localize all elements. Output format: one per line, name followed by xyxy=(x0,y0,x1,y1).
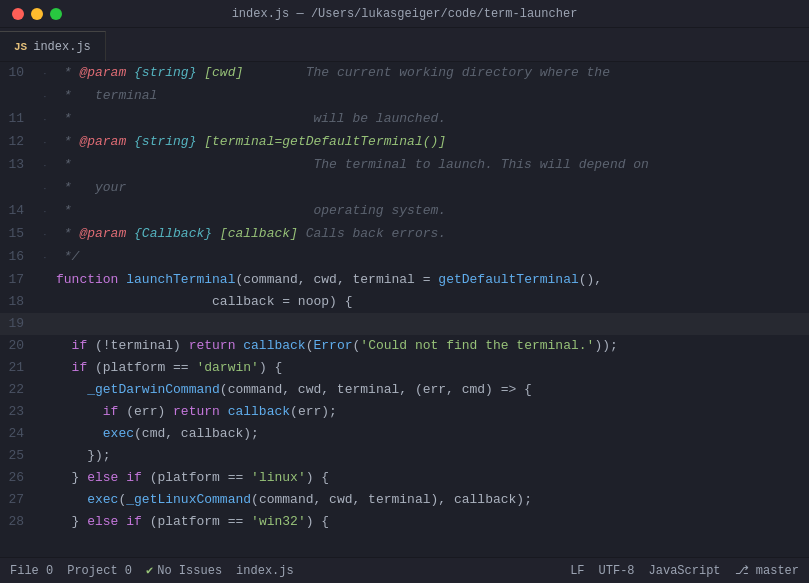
line-number: 27 xyxy=(0,489,38,511)
token: 'win32' xyxy=(251,514,306,529)
line-dot: · xyxy=(38,247,52,269)
tabbar: JS index.js xyxy=(0,28,809,62)
token: * xyxy=(56,65,79,80)
token: ( xyxy=(251,492,259,507)
token: {string} xyxy=(134,134,196,149)
line-number: 12 xyxy=(0,131,38,153)
token: _getDarwinCommand xyxy=(87,382,220,397)
token: ) { xyxy=(306,514,329,529)
code-line: 11· * will be launched. xyxy=(0,108,809,131)
language: JavaScript xyxy=(649,564,721,578)
token: return xyxy=(189,338,236,353)
token xyxy=(56,338,72,353)
token: callback xyxy=(56,294,282,309)
token: The current working directory where the xyxy=(243,65,610,80)
line-content: if (platform == 'darwin') { xyxy=(52,357,809,379)
token: ( xyxy=(220,382,228,397)
code-line: 26 } else if (platform == 'linux') { xyxy=(0,467,809,489)
token: return xyxy=(173,404,220,419)
token: @param xyxy=(79,65,126,80)
token: * will be launched. xyxy=(56,111,446,126)
token: if xyxy=(72,360,88,375)
line-content: * @param {string} [cwd] The current work… xyxy=(52,62,809,84)
line-dot: · xyxy=(38,201,52,223)
token xyxy=(126,226,134,241)
token: callback xyxy=(446,492,516,507)
line-content: if (!terminal) return callback(Error('Co… xyxy=(52,335,809,357)
code-line: 22 _getDarwinCommand(command, cwd, termi… xyxy=(0,379,809,401)
branch-name: master xyxy=(756,564,799,578)
line-number: 16 xyxy=(0,246,38,268)
line-number: 10 xyxy=(0,62,38,84)
line-content: function launchTerminal(command, cwd, te… xyxy=(52,269,809,291)
token: * The terminal to launch. This will depe… xyxy=(56,157,649,172)
token: ); xyxy=(516,492,532,507)
line-content: * will be launched. xyxy=(52,108,809,130)
token: command, cwd, terminal, (err, cmd) xyxy=(228,382,501,397)
code-line: 21 if (platform == 'darwin') { xyxy=(0,357,809,379)
code-line: 16· */ xyxy=(0,246,809,269)
statusbar: File 0 Project 0 ✔ No Issues index.js LF… xyxy=(0,557,809,583)
issues-label: No Issues xyxy=(157,564,222,578)
token: @param xyxy=(79,134,126,149)
code-line: · * terminal xyxy=(0,85,809,108)
line-content: } else if (platform == 'win32') { xyxy=(52,511,809,533)
token: )); xyxy=(594,338,617,353)
code-line: 28 } else if (platform == 'win32') { xyxy=(0,511,809,533)
token xyxy=(56,492,87,507)
issues-status: ✔ No Issues xyxy=(146,563,222,578)
token xyxy=(56,382,87,397)
token xyxy=(56,426,103,441)
line-number: 11 xyxy=(0,108,38,130)
token: if xyxy=(103,404,119,419)
token: 'linux' xyxy=(251,470,306,485)
token xyxy=(220,404,228,419)
token: == xyxy=(173,360,189,375)
token: _getLinuxCommand xyxy=(126,492,251,507)
token: if xyxy=(126,514,142,529)
code-line: 14· * operating system. xyxy=(0,200,809,223)
tab-indexjs[interactable]: JS index.js xyxy=(0,31,106,61)
token: [cwd] xyxy=(204,65,243,80)
code-line: 25 }); xyxy=(0,445,809,467)
token xyxy=(126,134,134,149)
token: */ xyxy=(56,249,79,264)
token: getDefaultTerminal xyxy=(438,272,578,287)
statusbar-left: File 0 Project 0 ✔ No Issues index.js xyxy=(10,563,294,578)
token: Error xyxy=(314,338,353,353)
code-line: 12· * @param {string} [terminal=getDefau… xyxy=(0,131,809,154)
window-title: index.js — /Users/lukasgeiger/code/term-… xyxy=(232,7,578,21)
line-number: 14 xyxy=(0,200,38,222)
token: [terminal=getDefaultTerminal()] xyxy=(204,134,446,149)
token: }); xyxy=(56,448,111,463)
maximize-button[interactable] xyxy=(50,8,62,20)
token: * xyxy=(56,134,79,149)
token: * operating system. xyxy=(56,203,446,218)
line-content: * terminal xyxy=(52,85,809,107)
code-line: 10· * @param {string} [cwd] The current … xyxy=(0,62,809,85)
line-number: 20 xyxy=(0,335,38,357)
code-line: 17 function launchTerminal(command, cwd,… xyxy=(0,269,809,291)
line-content: if (err) return callback(err); xyxy=(52,401,809,423)
token: => xyxy=(501,382,517,397)
line-dot: · xyxy=(38,86,52,108)
token: function xyxy=(56,272,118,287)
line-content: * @param {string} [terminal=getDefaultTe… xyxy=(52,131,809,153)
close-button[interactable] xyxy=(12,8,24,20)
token: {string} xyxy=(134,65,196,80)
line-dot: · xyxy=(38,132,52,154)
token: cmd, callback xyxy=(142,426,243,441)
minimize-button[interactable] xyxy=(31,8,43,20)
token: @param xyxy=(79,226,126,241)
token: (err) xyxy=(118,404,173,419)
line-content: * @param {Callback} [callback] Calls bac… xyxy=(52,223,809,245)
token: ); xyxy=(243,426,259,441)
line-content: */ xyxy=(52,246,809,268)
token: exec xyxy=(87,492,118,507)
token: ) { xyxy=(259,360,282,375)
token: == xyxy=(228,470,244,485)
line-content: callback = noop) { xyxy=(52,291,809,313)
token: * your xyxy=(56,180,126,195)
line-content: * The terminal to launch. This will depe… xyxy=(52,154,809,176)
git-branch: ⎇ master xyxy=(735,563,799,578)
